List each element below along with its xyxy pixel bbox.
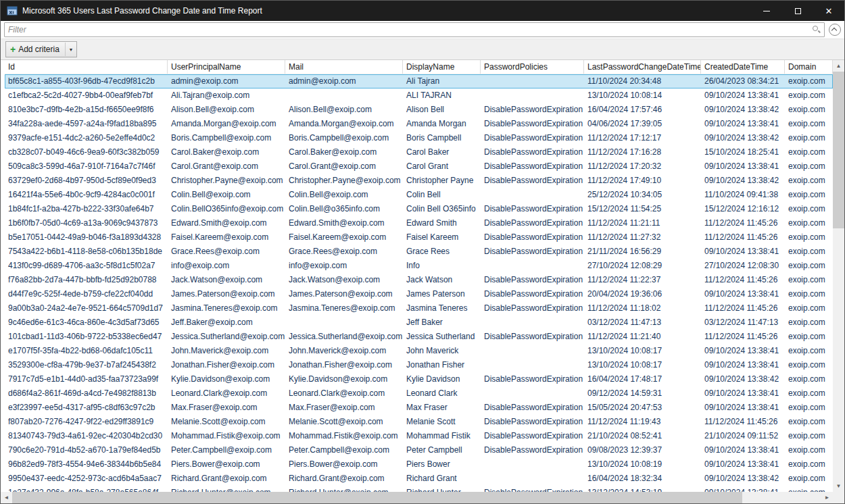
table-row[interactable]: 509ca8c3-599d-46a7-910f-7164a7c7f46fCaro… bbox=[5, 159, 833, 174]
cell-createddatetime: 09/10/2024 13:38:42 bbox=[701, 472, 785, 486]
table-row[interactable]: 63729ef0-2d68-4b97-950d-5cf89e0f9ed3Chri… bbox=[5, 174, 833, 188]
add-criteria-button[interactable]: + Add criteria ▼ bbox=[5, 41, 77, 57]
cell-id: 96b82ed9-78f3-4554-94e6-38344b6b5e84 bbox=[5, 457, 168, 472]
table-row[interactable]: 3529300e-cf8a-479b-9e37-b7af245438f2Jona… bbox=[5, 358, 833, 372]
cell-displayname: Richard Hunter bbox=[403, 486, 481, 492]
cell-userprincipalname: Piers.Bower@exoip.com bbox=[168, 457, 285, 472]
table-row[interactable]: 413f0c99-d689-4706-aa3c-5f8d1c5f02a7info… bbox=[5, 259, 833, 273]
cell-passwordpolicies: DisablePasswordExpiration bbox=[481, 174, 584, 188]
column-header-lastpasswordchangedatetime[interactable]: LastPasswordChangeDateTime bbox=[584, 60, 701, 74]
cell-createddatetime: 09/10/2024 13:38:42 bbox=[701, 372, 785, 386]
horizontal-scroll-track[interactable] bbox=[12, 492, 821, 503]
table-row[interactable]: 1b84fc1f-a2ba-427b-b222-33f30afe64b7Coli… bbox=[5, 202, 833, 216]
table-row[interactable]: 9379acfe-e151-4dc2-a260-5e2effe4d0c2Bori… bbox=[5, 131, 833, 145]
table-row[interactable]: b5e17051-0442-49a9-b046-f3a1893d4328Fais… bbox=[5, 230, 833, 245]
cell-createddatetime: 09/10/2024 13:38:41 bbox=[701, 344, 785, 358]
data-grid: IdUserPrincipalNameMailDisplayNamePasswo… bbox=[1, 60, 833, 492]
cell-domain: exoip.com bbox=[785, 372, 833, 386]
table-row[interactable]: d686f4a2-861f-469d-a4cd-7e4982f8813bLeon… bbox=[5, 386, 833, 401]
cell-domain: exoip.com bbox=[785, 429, 833, 443]
cell-domain: exoip.com bbox=[785, 472, 833, 486]
table-row[interactable]: 1a27c432-996a-48fa-b58a-278a565a864fRich… bbox=[5, 486, 833, 492]
cell-id: 509ca8c3-599d-46a7-910f-7164a7c7f46f bbox=[5, 159, 168, 174]
scroll-down-arrow[interactable]: ▼ bbox=[833, 480, 844, 492]
cell-displayname: Carol Baker bbox=[403, 145, 481, 159]
table-row[interactable]: 9a00b3a0-24a2-4e7e-9521-664c5709d1d7Jasm… bbox=[5, 301, 833, 316]
cell-mail: Kylie.Davidson@exoip.com bbox=[285, 372, 403, 386]
cell-passwordpolicies bbox=[481, 344, 584, 358]
cell-id: 1b84fc1f-a2ba-427b-b222-33f30afe64b7 bbox=[5, 202, 168, 216]
vertical-scrollbar[interactable]: ▲ ▼ bbox=[833, 60, 844, 492]
table-row[interactable]: 81340743-79d3-4a61-92ec-420304b2cd30Moha… bbox=[5, 429, 833, 443]
cell-displayname: Amanda Morgan bbox=[403, 117, 481, 131]
table-row[interactable]: 96b82ed9-78f3-4554-94e6-38344b6b5e84Pier… bbox=[5, 457, 833, 472]
cell-domain: exoip.com bbox=[785, 457, 833, 472]
cell-userprincipalname: Carol.Baker@exoip.com bbox=[168, 145, 285, 159]
cell-displayname: Peter Campbell bbox=[403, 443, 481, 457]
table-row[interactable]: d44f7e9c-525f-4ede-b759-cfe22cf040ddJame… bbox=[5, 287, 833, 301]
scroll-left-arrow[interactable]: ◄ bbox=[1, 492, 12, 503]
table-row[interactable]: 7917c7d5-e1b1-44d0-ad35-faa73723a99fKyli… bbox=[5, 372, 833, 386]
cell-domain: exoip.com bbox=[785, 89, 833, 103]
cell-createddatetime: 09/10/2024 13:38:41 bbox=[701, 117, 785, 131]
vertical-scroll-thumb[interactable] bbox=[833, 72, 844, 228]
cell-userprincipalname: Jessica.Sutherland@exoip.com bbox=[168, 330, 285, 344]
minimize-button[interactable] bbox=[751, 1, 782, 21]
cell-lastpasswordchangedatetime: 09/08/2023 12:39:37 bbox=[584, 443, 701, 457]
table-row[interactable]: e1707f5f-35fa-4b22-bd68-06dafc105c11John… bbox=[5, 344, 833, 358]
column-header-mail[interactable]: Mail bbox=[285, 60, 403, 74]
filter-input[interactable] bbox=[5, 24, 812, 36]
cell-createddatetime: 09/10/2024 13:38:42 bbox=[701, 131, 785, 145]
cell-createddatetime: 11/10/2024 09:41:38 bbox=[701, 188, 785, 202]
table-row[interactable]: 101cbad1-11d3-406b-9722-b5338ec6ed47Jess… bbox=[5, 330, 833, 344]
cell-displayname: Jack Watson bbox=[403, 273, 481, 287]
cell-id: 34fa228a-aede-4597-a24a-f9fad18ba895 bbox=[5, 117, 168, 131]
cell-lastpasswordchangedatetime: 09/12/2024 14:59:31 bbox=[584, 386, 701, 401]
collapse-criteria-button[interactable] bbox=[829, 24, 841, 36]
vertical-scroll-track[interactable] bbox=[833, 72, 844, 480]
table-row[interactable]: f807ab20-7276-4247-9f22-ed29ff3891c9Mela… bbox=[5, 415, 833, 429]
table-row[interactable]: 34fa228a-aede-4597-a24a-f9fad18ba895Aman… bbox=[5, 117, 833, 131]
maximize-button[interactable] bbox=[782, 1, 813, 21]
table-row[interactable]: cb328c07-b049-46c6-9ea9-60f3c382b059Caro… bbox=[5, 145, 833, 159]
table-row[interactable]: 810e3bc7-d9fb-4e2b-a15d-f6650ee9f8f6Alis… bbox=[5, 103, 833, 117]
scroll-up-arrow[interactable]: ▲ bbox=[833, 60, 844, 72]
close-button[interactable]: ✕ bbox=[813, 1, 844, 21]
cell-createddatetime: 09/10/2024 13:38:41 bbox=[701, 486, 785, 492]
cell-passwordpolicies bbox=[481, 74, 584, 89]
cell-lastpasswordchangedatetime: 13/10/2024 10:08:17 bbox=[584, 344, 701, 358]
horizontal-scroll-thumb[interactable] bbox=[12, 492, 742, 503]
cell-mail: Richard.Hunter@exoip.com bbox=[285, 486, 403, 492]
table-row[interactable]: 9950e437-eedc-4252-973c-acd6b4a5aac7Rich… bbox=[5, 472, 833, 486]
table-row[interactable]: 9c46ed6e-61c3-46ca-860e-4c3d5af73d65Jeff… bbox=[5, 316, 833, 330]
table-row[interactable]: 7543a422-b6b1-4118-8e58-c06b135b18deGrac… bbox=[5, 245, 833, 259]
cell-domain: exoip.com bbox=[785, 74, 833, 89]
cell-passwordpolicies: DisablePasswordExpiration bbox=[481, 486, 584, 492]
table-row[interactable]: f76a82bb-2d7a-447b-bbfb-fd25d92b0788Jack… bbox=[5, 273, 833, 287]
table-row[interactable]: 790c6e20-791d-4b52-a670-1a79ef84ed5bPete… bbox=[5, 443, 833, 457]
column-header-createddatetime[interactable]: CreatedDateTime bbox=[701, 60, 785, 74]
column-header-passwordpolicies[interactable]: PasswordPolicies bbox=[481, 60, 584, 74]
column-header-id[interactable]: Id bbox=[5, 60, 168, 74]
horizontal-scrollbar[interactable]: ◄ ► bbox=[1, 492, 833, 503]
cell-mail: Jessica.Sutherland@exoip.com bbox=[285, 330, 403, 344]
cell-displayname: Richard Grant bbox=[403, 472, 481, 486]
cell-mail: admin@exoip.com bbox=[285, 74, 403, 89]
column-header-userprincipalname[interactable]: UserPrincipalName bbox=[168, 60, 285, 74]
column-header-domain[interactable]: Domain bbox=[785, 60, 833, 74]
table-row[interactable]: c1efbca2-5c2d-4027-9bb4-00eaf9feb7bfAli.… bbox=[5, 89, 833, 103]
cell-mail: Mohammad.Fistik@exoip.com bbox=[285, 429, 403, 443]
cell-lastpasswordchangedatetime: 11/12/2024 11:18:02 bbox=[584, 301, 701, 316]
column-header-displayname[interactable]: DisplayName bbox=[403, 60, 481, 74]
table-row[interactable]: 16421f4a-55e6-4b0c-9cf9-4284ac0c001fColi… bbox=[5, 188, 833, 202]
scroll-right-arrow[interactable]: ► bbox=[821, 492, 833, 503]
cell-createddatetime: 09/10/2024 13:38:41 bbox=[701, 245, 785, 259]
cell-displayname: Melanie Scott bbox=[403, 415, 481, 429]
cell-passwordpolicies bbox=[481, 259, 584, 273]
table-row[interactable]: 1b6f0fb7-05d0-4c69-a13a-9069c9437873Edwa… bbox=[5, 216, 833, 230]
cell-domain: exoip.com bbox=[785, 188, 833, 202]
table-row[interactable]: e3f23997-ee5d-4317-af95-c8df63c97c2bMax.… bbox=[5, 401, 833, 415]
table-row[interactable]: bf65c8c1-a855-403f-96db-47ecd9f81c2badmi… bbox=[5, 74, 833, 89]
cell-lastpasswordchangedatetime: 21/11/2024 16:56:29 bbox=[584, 245, 701, 259]
app-icon bbox=[7, 5, 18, 16]
